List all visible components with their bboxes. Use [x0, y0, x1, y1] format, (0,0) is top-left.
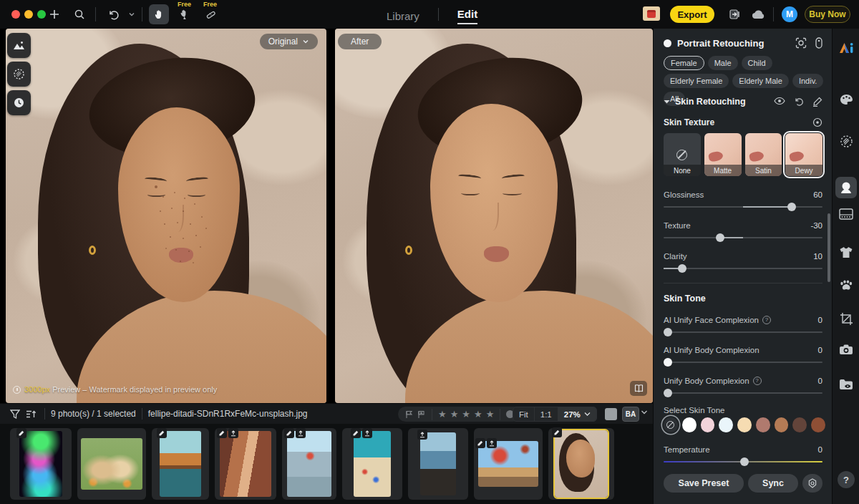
- preview-image-button[interactable]: [7, 33, 31, 58]
- skin-tone-swatch[interactable]: [682, 417, 697, 432]
- body-toggle-icon[interactable]: [815, 37, 822, 49]
- sync-settings-button[interactable]: [802, 474, 822, 493]
- filmstrip-item[interactable]: [282, 428, 336, 500]
- view-mode-chevron-icon[interactable]: [641, 410, 648, 415]
- texture-option-satin[interactable]: Satin: [745, 133, 782, 176]
- save-preset-button[interactable]: Save Preset: [664, 474, 744, 493]
- portrait-tools-button[interactable]: [835, 177, 857, 198]
- skin-tone-swatch[interactable]: [792, 417, 807, 432]
- filmstrip-item[interactable]: [408, 428, 468, 500]
- original-photo[interactable]: Original 3000px Preview – Watermark disp…: [6, 29, 326, 403]
- search-icon[interactable]: [71, 6, 88, 23]
- texture-slider[interactable]: [664, 237, 822, 238]
- thumbnail-portrait-selected[interactable]: [555, 430, 608, 498]
- reset-icon[interactable]: [794, 97, 804, 107]
- chip-indiv[interactable]: Indiv.: [792, 74, 823, 88]
- thumbnail-street[interactable]: [220, 431, 271, 497]
- glossiness-slider[interactable]: [664, 206, 822, 208]
- thumbnail-neon[interactable]: [19, 431, 62, 497]
- temperature-slider[interactable]: [664, 461, 822, 462]
- star-rating-1[interactable]: ★: [438, 410, 447, 419]
- preview-dot-eye-icon[interactable]: [812, 117, 822, 127]
- temperature-thumb[interactable]: [740, 457, 749, 466]
- export-button[interactable]: Export: [670, 6, 714, 23]
- zoom-fit-button[interactable]: Fit: [513, 407, 534, 421]
- mask-texture-button[interactable]: [7, 62, 31, 87]
- chip-child[interactable]: Child: [742, 56, 772, 70]
- chevron-down-icon[interactable]: [664, 100, 670, 105]
- undo-icon[interactable]: [105, 6, 122, 23]
- chip-elderly-male[interactable]: Elderly Male: [732, 74, 789, 88]
- compare-view-toggle[interactable]: [630, 381, 647, 396]
- filmstrip-item[interactable]: [342, 428, 402, 500]
- skin-tone-none-swatch[interactable]: [664, 417, 678, 432]
- skin-tone-swatch[interactable]: [811, 417, 825, 432]
- skin-tone-swatch[interactable]: [756, 417, 770, 432]
- clarity-slider-thumb[interactable]: [678, 264, 686, 273]
- film-grain-button[interactable]: [835, 203, 857, 225]
- after-photo[interactable]: After: [335, 29, 653, 403]
- star-rating-4[interactable]: ★: [474, 410, 482, 419]
- gift-promo-icon[interactable]: [643, 6, 660, 21]
- flag-reject-icon[interactable]: [417, 410, 426, 419]
- panel-scrollbar[interactable]: [828, 213, 830, 282]
- skin-retouching-title[interactable]: Skin Retouching: [675, 97, 769, 107]
- chip-male[interactable]: Male: [708, 56, 738, 70]
- flag-pick-icon[interactable]: [405, 410, 414, 419]
- buy-now-button[interactable]: Buy Now: [805, 6, 850, 23]
- star-rating-3[interactable]: ★: [462, 410, 470, 419]
- tab-edit[interactable]: Edit: [457, 5, 477, 24]
- chip-elderly-female[interactable]: Elderly Female: [664, 74, 729, 88]
- add-photos-button[interactable]: [46, 6, 63, 23]
- hand-tool-button[interactable]: [149, 4, 169, 24]
- skin-tone-swatch[interactable]: [701, 417, 715, 432]
- texture-option-none[interactable]: None: [664, 133, 701, 176]
- visibility-eye-icon[interactable]: [774, 97, 785, 105]
- texture-slider-thumb[interactable]: [716, 233, 724, 242]
- export-extension-icon[interactable]: [726, 6, 743, 23]
- tab-library[interactable]: Library: [387, 7, 419, 22]
- thumbnail-puppies[interactable]: [81, 438, 142, 490]
- color-palette-button[interactable]: [835, 89, 857, 110]
- star-rating-2[interactable]: ★: [450, 410, 459, 419]
- filmstrip-item-selected[interactable]: [548, 428, 614, 500]
- skin-tone-swatch[interactable]: [737, 417, 752, 432]
- skin-tone-swatch[interactable]: [775, 417, 789, 432]
- catalog-folder-button[interactable]: [835, 374, 857, 395]
- sort-order-icon[interactable]: [23, 406, 39, 422]
- info-icon[interactable]: ?: [762, 316, 771, 324]
- ai-unify-face-slider[interactable]: [664, 331, 822, 333]
- zoom-one-to-one-button[interactable]: 1:1: [534, 407, 558, 421]
- skin-tone-swatch[interactable]: [719, 417, 733, 432]
- chip-female[interactable]: Female: [664, 56, 704, 70]
- filter-funnel-icon[interactable]: [7, 406, 23, 422]
- texture-option-matte[interactable]: Matte: [704, 133, 742, 176]
- clone-tool-button[interactable]: [200, 4, 220, 24]
- ai-unify-body-slider[interactable]: [664, 362, 822, 363]
- thumbnail-balloons[interactable]: [478, 441, 538, 487]
- before-after-view-button[interactable]: BA: [622, 407, 639, 422]
- sync-button[interactable]: Sync: [748, 474, 798, 493]
- history-button[interactable]: [7, 90, 31, 115]
- undo-history-chevron-icon[interactable]: [123, 6, 140, 23]
- help-button[interactable]: ?: [838, 471, 855, 488]
- texture-option-dewy[interactable]: Dewy: [785, 133, 822, 176]
- thumbnail-beach[interactable]: [354, 431, 391, 497]
- clothes-tools-button[interactable]: [835, 241, 857, 263]
- zoom-percent-dropdown[interactable]: 27%: [558, 407, 596, 421]
- eraser-tool-button[interactable]: [175, 4, 195, 24]
- close-window-button[interactable]: [11, 10, 20, 19]
- filmstrip-item[interactable]: [152, 428, 209, 500]
- develop-raw-button[interactable]: [835, 339, 857, 360]
- user-avatar[interactable]: M: [782, 6, 797, 22]
- unify-body-thumb[interactable]: [664, 389, 672, 397]
- filmstrip-item[interactable]: [474, 428, 543, 500]
- original-view-dropdown[interactable]: Original: [260, 34, 318, 49]
- star-rating-5[interactable]: ★: [486, 410, 495, 419]
- zoom-window-button[interactable]: [37, 10, 46, 19]
- texture-tools-button[interactable]: [835, 130, 857, 152]
- ai-unify-face-thumb[interactable]: [664, 328, 672, 336]
- info-icon[interactable]: ?: [753, 377, 762, 385]
- pet-tools-button[interactable]: [835, 274, 857, 296]
- cloud-sync-icon[interactable]: [750, 6, 767, 23]
